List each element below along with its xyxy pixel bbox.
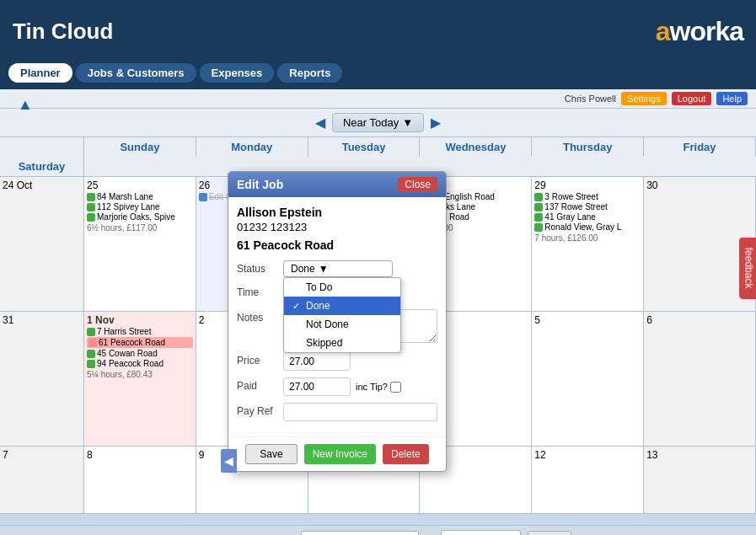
modal-paid-row: Paid inc Tip? [237,377,437,396]
check-icon: ✓ [292,301,303,312]
save-button[interactable]: Save [245,444,297,464]
tab-expenses[interactable]: Expenses [200,63,275,83]
date-sat-w2: 6 [646,314,753,326]
status-arrow-icon: ▼ [319,263,329,275]
near-today-button[interactable]: Near Today ▼ [332,113,424,132]
job-dot-green [87,193,95,201]
job-dot-green [534,223,543,232]
col-header-wednesday: Wednesday [420,137,532,157]
job-dot-blue [199,193,207,201]
modal-body: Allison Epstein 01232 123123 61 Peacock … [228,197,446,436]
header: Tin Cloud aworka [0,0,756,63]
job-dot-green [87,360,95,368]
status-option-done[interactable]: ✓ Done [284,297,400,315]
inc-tip-text: inc Tip? [356,382,388,392]
job-tag[interactable]: 84 Marsh Lane [87,192,193,201]
payref-field [283,403,437,421]
job-dot-green [87,328,95,336]
modal-customer-name: Allison Epstein [237,206,437,219]
status-option-skipped[interactable]: Skipped [284,334,400,352]
modal-price-row: Price [237,352,437,371]
job-tag[interactable]: 137 Rowe Street [534,202,641,211]
scroll-down-button[interactable]: ▼ [8,531,24,535]
paid-input[interactable] [283,377,351,396]
job-tag[interactable]: 45 Cowan Road [87,349,193,358]
cell-fri-w2: 5 [532,312,644,447]
payref-input[interactable] [283,403,437,421]
next-week-button[interactable]: ▶ [431,115,441,131]
status-option-notdone[interactable]: Not Done [284,315,400,334]
modal-title: Edit Job [237,178,283,191]
cell-sun-w3: 7 [0,447,84,514]
job-tag[interactable]: 3 Rowe Street [534,192,641,201]
status-display[interactable]: Done ▼ [283,260,393,277]
reset-button[interactable]: Reset [528,531,572,535]
cell-mon-w2[interactable]: 1 Nov 7 Harris Street 61 Peacock Road 45… [84,312,196,447]
search-jobs-input[interactable] [301,531,419,535]
settings-button[interactable]: Settings [621,92,667,105]
date-sun-w2: 31 [3,314,81,326]
price-label: Price [237,352,283,366]
cell-fri-w1[interactable]: 29 3 Rowe Street 137 Rowe Street 41 Gray… [532,177,644,312]
cell-sat-w3: 13 [644,447,756,514]
inc-tip-checkbox[interactable] [390,382,401,393]
job-dot-green [87,350,95,358]
edit-job-modal: Edit Job Close Allison Epstein 01232 123… [228,171,447,472]
cell-summary: 7 hours, £126.00 [534,233,641,243]
nav-up-button[interactable]: ▲ [13,94,38,115]
job-tag-peacock-active[interactable]: 61 Peacock Road [87,337,193,348]
tab-reports[interactable]: Reports [277,63,342,83]
new-invoice-button[interactable]: New Invoice [304,444,376,464]
paid-field: inc Tip? [283,377,437,396]
cell-sun-w2: 31 [0,312,84,447]
modal-phone: 01232 123123 [237,221,437,233]
modal-footer: Save New Invoice Delete [228,436,446,471]
job-tag[interactable]: Ronald View, Gray L [534,222,641,232]
near-today-arrow: ▼ [402,116,413,129]
price-field [283,352,437,371]
username: Chris Powell [565,94,616,104]
price-input[interactable] [283,352,351,371]
job-tag[interactable]: 7 Harris Street [87,327,193,336]
cell-mon-w1[interactable]: 25 84 Marsh Lane 112 Spivey Lane Marjori… [84,177,196,312]
job-tag[interactable]: 112 Spivey Lane [87,202,193,211]
prev-week-button[interactable]: ◀ [315,115,325,131]
status-value: Done [291,263,315,275]
help-button[interactable]: Help [716,92,748,105]
modal-header: Edit Job Close [228,172,446,197]
job-tag[interactable]: Marjorie Oaks, Spive [87,212,193,222]
col-header-friday: Friday [644,137,756,157]
near-today-label: Near Today [343,116,399,129]
cell-summary: 6½ hours, £117.00 [87,223,193,233]
col-header-sunday-label: Sunday [84,137,196,157]
notes-label: Notes [237,309,283,324]
col-header-tuesday: Tuesday [308,137,421,157]
modal-address: 61 Peacock Road [237,238,437,252]
status-label: Status [237,260,283,275]
status-option-todo[interactable]: To Do [284,278,400,297]
logout-button[interactable]: Logout [672,92,712,105]
col-header-saturday: Saturday [0,157,84,176]
feedback-tab[interactable]: feedback [740,237,756,298]
modal-left-arrow[interactable]: ◀ [221,449,237,473]
time-label: Time [237,284,283,298]
calendar-nav: ▲ ◀ Near Today ▼ ▶ [0,109,756,137]
tab-jobs-customers[interactable]: Jobs & Customers [76,63,196,83]
col-header-thursday: Thursday [532,137,644,157]
userbar: Chris Powell Settings Logout Help [0,89,756,109]
status-wrapper: Done ▼ To Do ✓ Done [283,260,437,277]
inc-tip-label[interactable]: inc Tip? [356,382,401,393]
status-dropdown: To Do ✓ Done Not Done Skipped [283,277,401,353]
cell-fri-w3: 12 [532,447,644,514]
date-mon-w2: 1 Nov [87,314,193,326]
date-fri-w2: 5 [534,314,641,326]
job-tag[interactable]: 94 Peacock Road [87,359,193,368]
modal-close-button[interactable]: Close [398,177,437,192]
job-tag[interactable]: 41 Gray Lane [534,212,641,222]
delete-button[interactable]: Delete [383,444,429,464]
rounds-select[interactable]: All Rounds Rounds [441,530,521,535]
brand-logo: aworka [656,16,743,47]
tab-planner[interactable]: Planner [8,63,72,83]
payref-label: Pay Ref [237,403,283,417]
cell-summary: 5¼ hours, £80.43 [87,370,193,379]
